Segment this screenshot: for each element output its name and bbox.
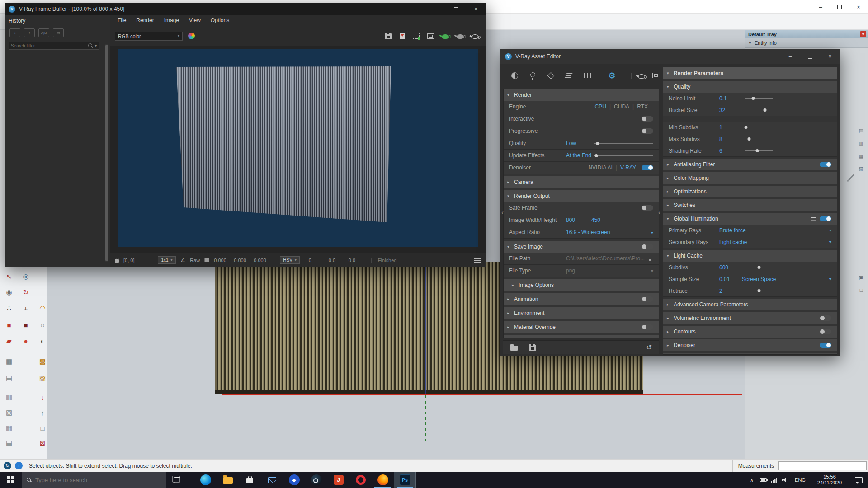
vfb-maximize-button[interactable]	[446, 3, 466, 15]
volume-icon[interactable]	[779, 472, 790, 488]
menu-file[interactable]: File	[113, 16, 131, 25]
slider-knob[interactable]	[763, 108, 766, 112]
vfb-titlebar[interactable]: V V-Ray Frame Buffer - [100.0% of 800 x …	[5, 3, 486, 15]
tab-nvidia-ai[interactable]: NVIDIA AI	[588, 164, 612, 171]
section-header-global-illumination[interactable]: ▾Global Illumination	[663, 213, 837, 225]
section-header-swarm[interactable]: ▸Swarm	[504, 335, 659, 338]
tray-panel-icon[interactable]: ▥	[858, 140, 865, 147]
search-filter-dropdown-icon[interactable]: ▾	[95, 44, 97, 48]
taskbar-search-box[interactable]	[22, 472, 166, 488]
plane-tool-icon[interactable]: ▰	[3, 334, 15, 347]
steam-taskbar-button[interactable]	[305, 472, 327, 488]
asset-editor-titlebar[interactable]: V V-Ray Asset Editor – ×	[500, 49, 840, 64]
section-header-denoiser[interactable]: ▸Denoiser	[663, 339, 837, 351]
store-taskbar-button[interactable]	[239, 472, 261, 488]
context-help-icon[interactable]: ↻	[4, 462, 11, 469]
slider-knob[interactable]	[751, 97, 755, 100]
red-app-taskbar-button[interactable]: J	[327, 472, 349, 488]
component-box-4-icon[interactable]: ▦	[3, 422, 15, 434]
action-center-button[interactable]	[849, 472, 868, 488]
sphere-tool-icon[interactable]: ○	[36, 319, 49, 331]
dropdown-chevron-icon[interactable]: ▾	[829, 228, 831, 233]
color-sphere-icon[interactable]	[188, 33, 195, 39]
menu-options[interactable]: Options	[206, 16, 234, 25]
section-header-section[interactable]: ▾	[663, 353, 837, 355]
section-header-render-parameters[interactable]: ▾Render Parameters	[663, 67, 837, 79]
slider[interactable]	[745, 108, 773, 113]
section-header-save-image[interactable]: ▾Save Image	[504, 241, 659, 253]
import-tool-icon[interactable]: ↓	[36, 391, 49, 404]
pin-tool-icon[interactable]: ◉	[3, 286, 15, 299]
delete-tool-icon[interactable]: ⊠	[36, 437, 49, 450]
component-box-2-icon[interactable]: ▥	[3, 391, 15, 404]
measurements-input[interactable]	[778, 461, 867, 470]
show-frame-icon[interactable]	[427, 33, 434, 39]
geometry-icon[interactable]	[547, 70, 555, 80]
tray-panel-icon[interactable]: ▤	[858, 127, 865, 134]
orbit-tool-icon[interactable]: ↻	[19, 286, 32, 299]
dropdown-chevron-icon[interactable]: ▾	[651, 268, 653, 273]
section-header-switches[interactable]: ▸Switches	[663, 199, 837, 211]
section-header-advanced-camera-parameters[interactable]: ▸Advanced Camera Parameters	[663, 299, 837, 310]
section-header-optimizations[interactable]: ▸Optimizations	[663, 186, 837, 197]
settings-gear-icon[interactable]: ⚙	[608, 70, 616, 80]
collapse-left-icon[interactable]: ‹	[501, 208, 504, 216]
collapse-panel-icon[interactable]: ‹	[658, 208, 660, 216]
tray-header[interactable]: Default Tray ×	[745, 30, 868, 38]
battery-icon[interactable]	[758, 472, 769, 488]
render-teapot-icon[interactable]	[638, 74, 645, 79]
section-header-render[interactable]: ▾Render	[504, 89, 659, 101]
lights-icon[interactable]	[528, 70, 537, 80]
materials-icon[interactable]	[510, 70, 519, 80]
taskbar-search-input[interactable]	[35, 477, 161, 483]
toggle[interactable]	[820, 343, 831, 348]
section-header-camera[interactable]: ▸Camera	[504, 176, 659, 188]
history-search-input[interactable]	[11, 43, 86, 48]
dropdown-chevron-icon[interactable]: ▾	[829, 277, 831, 282]
section-header-contours[interactable]: ▸Contours	[663, 326, 837, 338]
network-icon[interactable]	[769, 472, 779, 488]
select-tool-icon[interactable]: ↖	[3, 270, 15, 283]
section-header-light-cache[interactable]: ▾Light Cache	[663, 250, 837, 262]
save-image-icon[interactable]	[385, 33, 392, 39]
save-history-icon[interactable]: ↓	[9, 28, 20, 37]
slider[interactable]	[594, 153, 653, 158]
start-button[interactable]	[0, 472, 22, 488]
texture-plane-icon[interactable]: ▩	[36, 355, 49, 368]
compare-ab-icon[interactable]: A|B	[38, 28, 49, 37]
file-explorer-taskbar-button[interactable]	[217, 472, 239, 488]
toggle[interactable]	[642, 165, 653, 170]
history-layers-icon[interactable]: ▤	[53, 28, 64, 37]
slider-knob[interactable]	[755, 149, 759, 152]
section-header-color-mapping[interactable]: ▸Color Mapping	[663, 172, 837, 184]
open-folder-icon[interactable]	[510, 346, 518, 351]
pan-tool-icon[interactable]: +	[19, 302, 32, 314]
pixel-ratio-select[interactable]: 1x1 ▾	[158, 256, 175, 264]
tray-panel-icon[interactable]: □	[858, 286, 865, 294]
revert-icon[interactable]: ↺	[646, 343, 652, 352]
ae-maximize-button[interactable]	[800, 51, 820, 62]
tab-rtx[interactable]: RTX	[637, 103, 648, 110]
mail-taskbar-button[interactable]	[261, 472, 283, 488]
save-settings-icon[interactable]	[529, 344, 536, 351]
export-image-icon[interactable]	[400, 33, 405, 39]
ae-close-button[interactable]: ×	[820, 51, 840, 62]
tray-panel-icon[interactable]: ▣	[858, 274, 865, 281]
globe-tool-icon[interactable]: ◐	[36, 334, 49, 347]
section-header-animation[interactable]: ▸Animation	[504, 293, 659, 305]
ae-minimize-button[interactable]: –	[780, 51, 800, 62]
section-header-environment[interactable]: ▸Environment	[504, 307, 659, 319]
toggle[interactable]	[642, 128, 653, 134]
paint-bucket-2-icon[interactable]: ■	[19, 319, 32, 331]
dome-tool-icon[interactable]: ◠	[36, 302, 49, 314]
menu-view[interactable]: View	[184, 16, 205, 25]
sketchup-maximize-button[interactable]	[830, 0, 849, 14]
tray-close-button[interactable]: ×	[860, 31, 866, 37]
section-header-material-override[interactable]: ▸Material Override	[504, 321, 659, 333]
composite-icon[interactable]	[583, 70, 592, 80]
firefox-taskbar-button[interactable]	[372, 472, 394, 488]
box-tool-icon[interactable]: □	[36, 422, 49, 434]
save-path-icon[interactable]	[648, 256, 653, 261]
toggle[interactable]	[820, 315, 831, 321]
history-search-box[interactable]: ▾	[9, 42, 99, 50]
